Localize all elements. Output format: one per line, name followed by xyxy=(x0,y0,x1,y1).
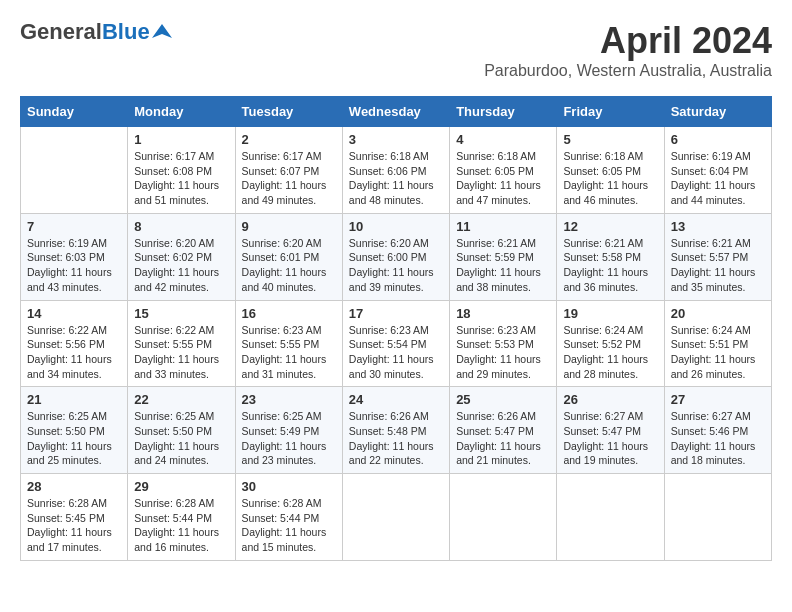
day-of-week-header: Saturday xyxy=(664,97,771,127)
days-of-week-row: SundayMondayTuesdayWednesdayThursdayFrid… xyxy=(21,97,772,127)
day-of-week-header: Monday xyxy=(128,97,235,127)
day-info: Sunrise: 6:18 AMSunset: 6:06 PMDaylight:… xyxy=(349,149,443,208)
day-info: Sunrise: 6:21 AMSunset: 5:57 PMDaylight:… xyxy=(671,236,765,295)
calendar-cell: 10Sunrise: 6:20 AMSunset: 6:00 PMDayligh… xyxy=(342,213,449,300)
day-info: Sunrise: 6:23 AMSunset: 5:54 PMDaylight:… xyxy=(349,323,443,382)
month-title: April 2024 xyxy=(484,20,772,62)
calendar-cell: 6Sunrise: 6:19 AMSunset: 6:04 PMDaylight… xyxy=(664,127,771,214)
day-number: 24 xyxy=(349,392,443,407)
day-info: Sunrise: 6:24 AMSunset: 5:52 PMDaylight:… xyxy=(563,323,657,382)
calendar-week-row: 28Sunrise: 6:28 AMSunset: 5:45 PMDayligh… xyxy=(21,474,772,561)
day-info: Sunrise: 6:19 AMSunset: 6:03 PMDaylight:… xyxy=(27,236,121,295)
day-number: 17 xyxy=(349,306,443,321)
day-number: 6 xyxy=(671,132,765,147)
calendar-cell xyxy=(21,127,128,214)
day-number: 18 xyxy=(456,306,550,321)
day-info: Sunrise: 6:23 AMSunset: 5:55 PMDaylight:… xyxy=(242,323,336,382)
day-number: 29 xyxy=(134,479,228,494)
day-info: Sunrise: 6:21 AMSunset: 5:59 PMDaylight:… xyxy=(456,236,550,295)
day-info: Sunrise: 6:28 AMSunset: 5:45 PMDaylight:… xyxy=(27,496,121,555)
calendar-cell: 28Sunrise: 6:28 AMSunset: 5:45 PMDayligh… xyxy=(21,474,128,561)
day-number: 5 xyxy=(563,132,657,147)
day-info: Sunrise: 6:20 AMSunset: 6:01 PMDaylight:… xyxy=(242,236,336,295)
calendar-cell: 26Sunrise: 6:27 AMSunset: 5:47 PMDayligh… xyxy=(557,387,664,474)
calendar-cell: 29Sunrise: 6:28 AMSunset: 5:44 PMDayligh… xyxy=(128,474,235,561)
calendar-cell: 27Sunrise: 6:27 AMSunset: 5:46 PMDayligh… xyxy=(664,387,771,474)
logo: GeneralBlue xyxy=(20,20,172,44)
day-info: Sunrise: 6:25 AMSunset: 5:49 PMDaylight:… xyxy=(242,409,336,468)
day-info: Sunrise: 6:21 AMSunset: 5:58 PMDaylight:… xyxy=(563,236,657,295)
calendar-cell: 18Sunrise: 6:23 AMSunset: 5:53 PMDayligh… xyxy=(450,300,557,387)
day-of-week-header: Sunday xyxy=(21,97,128,127)
calendar-cell: 9Sunrise: 6:20 AMSunset: 6:01 PMDaylight… xyxy=(235,213,342,300)
day-number: 4 xyxy=(456,132,550,147)
day-info: Sunrise: 6:18 AMSunset: 6:05 PMDaylight:… xyxy=(563,149,657,208)
day-of-week-header: Tuesday xyxy=(235,97,342,127)
calendar-week-row: 21Sunrise: 6:25 AMSunset: 5:50 PMDayligh… xyxy=(21,387,772,474)
day-number: 23 xyxy=(242,392,336,407)
calendar-cell: 23Sunrise: 6:25 AMSunset: 5:49 PMDayligh… xyxy=(235,387,342,474)
calendar-cell: 12Sunrise: 6:21 AMSunset: 5:58 PMDayligh… xyxy=(557,213,664,300)
day-info: Sunrise: 6:26 AMSunset: 5:48 PMDaylight:… xyxy=(349,409,443,468)
day-number: 16 xyxy=(242,306,336,321)
day-number: 19 xyxy=(563,306,657,321)
calendar-cell: 11Sunrise: 6:21 AMSunset: 5:59 PMDayligh… xyxy=(450,213,557,300)
day-number: 8 xyxy=(134,219,228,234)
calendar-cell: 13Sunrise: 6:21 AMSunset: 5:57 PMDayligh… xyxy=(664,213,771,300)
calendar-cell: 8Sunrise: 6:20 AMSunset: 6:02 PMDaylight… xyxy=(128,213,235,300)
calendar-cell: 17Sunrise: 6:23 AMSunset: 5:54 PMDayligh… xyxy=(342,300,449,387)
calendar-cell: 25Sunrise: 6:26 AMSunset: 5:47 PMDayligh… xyxy=(450,387,557,474)
day-info: Sunrise: 6:27 AMSunset: 5:47 PMDaylight:… xyxy=(563,409,657,468)
day-info: Sunrise: 6:20 AMSunset: 6:02 PMDaylight:… xyxy=(134,236,228,295)
calendar-week-row: 1Sunrise: 6:17 AMSunset: 6:08 PMDaylight… xyxy=(21,127,772,214)
day-number: 22 xyxy=(134,392,228,407)
calendar-cell: 14Sunrise: 6:22 AMSunset: 5:56 PMDayligh… xyxy=(21,300,128,387)
calendar-cell: 19Sunrise: 6:24 AMSunset: 5:52 PMDayligh… xyxy=(557,300,664,387)
day-number: 14 xyxy=(27,306,121,321)
calendar-cell xyxy=(664,474,771,561)
day-info: Sunrise: 6:28 AMSunset: 5:44 PMDaylight:… xyxy=(134,496,228,555)
calendar-cell xyxy=(557,474,664,561)
calendar-cell: 5Sunrise: 6:18 AMSunset: 6:05 PMDaylight… xyxy=(557,127,664,214)
calendar-cell: 20Sunrise: 6:24 AMSunset: 5:51 PMDayligh… xyxy=(664,300,771,387)
svg-marker-0 xyxy=(152,24,172,38)
day-number: 10 xyxy=(349,219,443,234)
day-of-week-header: Wednesday xyxy=(342,97,449,127)
day-number: 7 xyxy=(27,219,121,234)
calendar-cell: 7Sunrise: 6:19 AMSunset: 6:03 PMDaylight… xyxy=(21,213,128,300)
calendar-cell: 4Sunrise: 6:18 AMSunset: 6:05 PMDaylight… xyxy=(450,127,557,214)
day-info: Sunrise: 6:17 AMSunset: 6:07 PMDaylight:… xyxy=(242,149,336,208)
day-info: Sunrise: 6:20 AMSunset: 6:00 PMDaylight:… xyxy=(349,236,443,295)
day-number: 25 xyxy=(456,392,550,407)
day-info: Sunrise: 6:22 AMSunset: 5:56 PMDaylight:… xyxy=(27,323,121,382)
logo-bird-icon xyxy=(152,22,172,42)
day-of-week-header: Friday xyxy=(557,97,664,127)
day-number: 9 xyxy=(242,219,336,234)
calendar-week-row: 14Sunrise: 6:22 AMSunset: 5:56 PMDayligh… xyxy=(21,300,772,387)
day-number: 11 xyxy=(456,219,550,234)
day-number: 12 xyxy=(563,219,657,234)
calendar-cell: 24Sunrise: 6:26 AMSunset: 5:48 PMDayligh… xyxy=(342,387,449,474)
day-number: 20 xyxy=(671,306,765,321)
calendar-table: SundayMondayTuesdayWednesdayThursdayFrid… xyxy=(20,96,772,561)
day-number: 2 xyxy=(242,132,336,147)
calendar-cell: 21Sunrise: 6:25 AMSunset: 5:50 PMDayligh… xyxy=(21,387,128,474)
calendar-cell: 3Sunrise: 6:18 AMSunset: 6:06 PMDaylight… xyxy=(342,127,449,214)
day-info: Sunrise: 6:27 AMSunset: 5:46 PMDaylight:… xyxy=(671,409,765,468)
day-info: Sunrise: 6:18 AMSunset: 6:05 PMDaylight:… xyxy=(456,149,550,208)
day-info: Sunrise: 6:25 AMSunset: 5:50 PMDaylight:… xyxy=(27,409,121,468)
calendar-body: 1Sunrise: 6:17 AMSunset: 6:08 PMDaylight… xyxy=(21,127,772,561)
day-number: 13 xyxy=(671,219,765,234)
calendar-cell xyxy=(342,474,449,561)
day-number: 1 xyxy=(134,132,228,147)
day-info: Sunrise: 6:28 AMSunset: 5:44 PMDaylight:… xyxy=(242,496,336,555)
header: GeneralBlue April 2024 Paraburdoo, Weste… xyxy=(20,20,772,80)
day-info: Sunrise: 6:25 AMSunset: 5:50 PMDaylight:… xyxy=(134,409,228,468)
calendar-week-row: 7Sunrise: 6:19 AMSunset: 6:03 PMDaylight… xyxy=(21,213,772,300)
day-number: 15 xyxy=(134,306,228,321)
day-number: 28 xyxy=(27,479,121,494)
logo-blue-text: Blue xyxy=(102,19,150,44)
calendar-cell: 22Sunrise: 6:25 AMSunset: 5:50 PMDayligh… xyxy=(128,387,235,474)
day-number: 3 xyxy=(349,132,443,147)
day-info: Sunrise: 6:23 AMSunset: 5:53 PMDaylight:… xyxy=(456,323,550,382)
